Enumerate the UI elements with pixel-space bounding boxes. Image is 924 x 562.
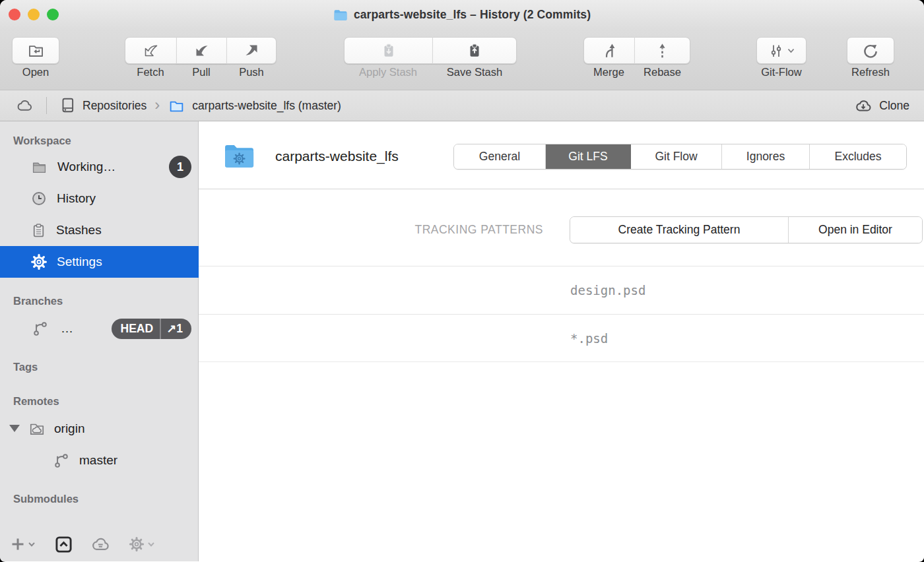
sidebar-section-workspace: Workspace	[13, 133, 71, 148]
sidebar-item-label: History	[57, 191, 96, 206]
tab-general[interactable]: General	[454, 144, 546, 169]
sidebar-bottom-toolbar	[0, 527, 199, 561]
clone-cloud-icon	[853, 97, 873, 115]
sidebar-item-settings[interactable]: Settings	[0, 246, 199, 278]
sidebar-item-working-directory[interactable]: Working… 1	[0, 151, 199, 183]
git-flow-button[interactable]: Git-Flow	[756, 37, 807, 78]
tracking-pattern-list: design.psd *.psd	[199, 266, 924, 362]
open-in-editor-button[interactable]: Open in Editor	[789, 217, 922, 243]
settings-menu-button[interactable]	[129, 536, 155, 552]
sidebar-item-remote-branch-master[interactable]: master	[0, 445, 199, 476]
tab-ignores[interactable]: Ignores	[722, 144, 810, 169]
chevron-down-icon	[28, 542, 36, 547]
sidebar-item-branch[interactable]: … HEAD ↗1	[0, 313, 199, 344]
gear-icon	[30, 253, 48, 270]
title-bar: carparts-website_lfs – History (2 Commit…	[0, 0, 924, 30]
sidebar: Workspace Working… 1 History	[0, 121, 199, 561]
sidebar-item-remote-origin[interactable]: origin	[0, 413, 199, 445]
tab-git-lfs[interactable]: Git LFS	[546, 144, 631, 169]
pull-icon	[193, 42, 211, 59]
tracking-patterns-label: TRACKING PATTERNS	[199, 216, 543, 243]
sidebar-item-history[interactable]: History	[0, 183, 199, 214]
open-repository-icon	[27, 42, 45, 59]
tab-excludes[interactable]: Excludes	[810, 144, 906, 169]
sidebar-section-branches: Branches	[13, 293, 63, 309]
branch-icon	[53, 452, 70, 469]
custom-action-button[interactable]	[54, 535, 73, 554]
apply-stash-button[interactable]: Apply Stash	[344, 37, 432, 78]
save-stash-button[interactable]: Save Stash	[432, 37, 517, 78]
sidebar-section-tags[interactable]: Tags	[13, 359, 38, 375]
repo-settings-header: carparts-website_lfs General Git LFS Git…	[199, 121, 924, 189]
sidebar-item-label: Working…	[57, 160, 116, 174]
repo-title: carparts-website_lfs	[275, 148, 399, 165]
tracking-pattern-row[interactable]: design.psd	[199, 266, 924, 314]
git-flow-icon	[768, 43, 784, 59]
breadcrumb-repositories[interactable]: Repositories	[82, 99, 147, 113]
sync-button-group: Fetch Pull Push	[125, 37, 277, 78]
branch-name-truncated: …	[61, 321, 73, 336]
disclosure-triangle-icon[interactable]	[9, 425, 20, 432]
pull-button[interactable]: Pull	[176, 37, 226, 78]
apply-stash-button-label: Apply Stash	[359, 66, 417, 78]
refresh-button[interactable]: Refresh	[847, 37, 894, 78]
create-tracking-pattern-button[interactable]: Create Tracking Pattern	[570, 217, 789, 243]
sidebar-item-stashes[interactable]: Stashes	[0, 214, 199, 246]
git-flow-button-label: Git-Flow	[761, 66, 801, 78]
chevron-down-icon	[787, 48, 795, 53]
apply-stash-icon	[380, 42, 397, 59]
push-button[interactable]: Push	[226, 37, 277, 78]
divider	[46, 97, 47, 114]
tab-git-flow[interactable]: Git Flow	[631, 144, 722, 169]
head-badge: HEAD ↗1	[112, 319, 192, 339]
merge-button[interactable]: Merge	[583, 37, 634, 78]
branch-name: master	[79, 453, 117, 468]
clone-button-label: Clone	[879, 99, 909, 113]
repo-folder-icon	[168, 98, 185, 114]
merge-icon	[601, 42, 618, 59]
sidebar-section-remotes[interactable]: Remotes	[13, 393, 59, 409]
head-badge-label: HEAD	[112, 322, 160, 336]
rebase-button[interactable]: Rebase	[634, 37, 690, 78]
plus-icon	[11, 537, 25, 551]
stash-button-group: Apply Stash Save Stash	[344, 37, 517, 78]
cloud-accounts-button[interactable]	[89, 534, 112, 554]
breadcrumb-chevron: ›	[154, 96, 160, 114]
fetch-button[interactable]: Fetch	[125, 37, 176, 78]
tracking-pattern-row[interactable]: *.psd	[199, 314, 924, 362]
push-button-label: Push	[239, 66, 264, 78]
window-title-area: carparts-website_lfs – History (2 Commit…	[0, 0, 924, 30]
save-stash-icon	[466, 42, 483, 59]
repositories-icon	[59, 96, 76, 115]
settings-panel: carparts-website_lfs General Git LFS Git…	[199, 121, 924, 561]
sidebar-item-label: Settings	[57, 255, 102, 269]
working-changes-badge: 1	[169, 156, 191, 178]
open-button[interactable]: Open	[12, 37, 59, 78]
repo-settings-folder-icon	[224, 142, 255, 170]
branch-icon	[32, 320, 49, 337]
sidebar-section-submodules: Submodules	[13, 491, 79, 507]
merge-button-label: Merge	[593, 66, 624, 78]
rebase-icon	[653, 42, 671, 59]
cloud-icon[interactable]	[15, 97, 34, 114]
save-stash-button-label: Save Stash	[447, 66, 502, 78]
pull-button-label: Pull	[192, 66, 211, 78]
settings-tabs: General Git LFS Git Flow Ignores Exclude…	[453, 144, 907, 170]
clock-icon	[30, 190, 48, 207]
ahead-count: ↗1	[161, 322, 191, 336]
merge-rebase-group: Merge Rebase	[583, 37, 690, 78]
tracking-pattern-buttons: Create Tracking Pattern Open in Editor	[570, 216, 923, 243]
add-button[interactable]	[11, 537, 36, 551]
window-title: carparts-website_lfs – History (2 Commit…	[354, 8, 591, 22]
path-bar: Repositories › carparts-website_lfs (mas…	[0, 90, 924, 121]
open-button-label: Open	[22, 66, 49, 78]
gear-icon	[129, 536, 145, 552]
remote-folder-icon	[28, 420, 46, 437]
rebase-button-label: Rebase	[644, 66, 681, 78]
chevron-down-icon	[147, 542, 155, 547]
remote-name: origin	[54, 422, 84, 436]
fetch-button-label: Fetch	[137, 66, 164, 78]
refresh-button-label: Refresh	[851, 66, 890, 78]
breadcrumb-current-repo[interactable]: carparts-website_lfs (master)	[192, 99, 341, 113]
clone-button[interactable]: Clone	[853, 97, 909, 115]
